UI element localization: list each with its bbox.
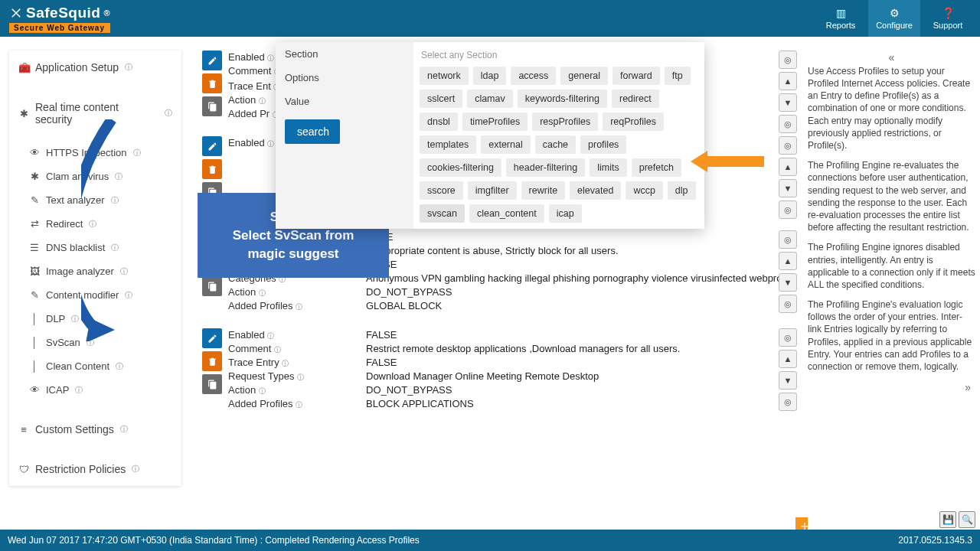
chip-prefetch[interactable]: prefetch [632,158,681,177]
delete-button[interactable] [202,73,222,93]
sidebar-app-setup[interactable]: 🧰Application Setup ⓘ [9,55,181,80]
chip-elevated[interactable]: elevated [570,181,621,200]
entry-row: Request Types ⓘDownload Manager Online M… [228,370,797,383]
chip-external[interactable]: external [481,135,530,154]
chip-forward[interactable]: forward [612,67,660,85]
chip-cache[interactable]: cache [535,135,576,154]
delete-button[interactable] [202,351,222,371]
move-down-button[interactable]: ▼ [779,371,797,390]
move-target-button[interactable]: ◎ [779,136,797,155]
chip-timeProfiles[interactable]: timeProfiles [462,112,528,131]
nav-reports[interactable]: ▥Reports [815,0,867,37]
dropdown-value[interactable]: Value [276,90,413,113]
sidebar-restriction-policies[interactable]: 🛡Restriction Policies ⓘ [9,457,181,481]
chip-profiles[interactable]: profiles [580,135,626,154]
chip-sslcert[interactable]: sslcert [420,90,462,108]
move-down-button[interactable]: ▼ [779,179,797,197]
chip-ftp[interactable]: ftp [665,67,691,85]
entry-actions [202,51,222,116]
entry-reorder: ◎▲▼◎ [779,136,797,219]
move-up-button[interactable]: ▲ [779,158,797,176]
chip-redirect[interactable]: redirect [612,90,659,108]
sidebar-item-dns-blacklist[interactable]: ☰DNS blacklist ⓘ [9,236,181,259]
row-value: FALSE [366,259,797,271]
sidebar-item-svscan[interactable]: │SvScan ⓘ [9,331,181,354]
chip-dlp[interactable]: dlp [668,181,696,200]
move-down-button[interactable]: ▼ [779,273,797,292]
sidebar-item-clam-antivirus[interactable]: ✱Clam antivirus ⓘ [9,165,181,188]
chip-network[interactable]: network [420,67,469,85]
move-down-button[interactable]: ▼ [779,93,797,112]
sidebar-item-label: Text analyzer [46,194,105,206]
sidebar-rtcs[interactable]: ✱Real time content security ⓘ [9,95,181,132]
chip-dnsbl[interactable]: dnsbl [420,112,458,131]
move-target2-button[interactable]: ◎ [779,201,797,219]
add-entry-button[interactable]: + [795,517,808,530]
clone-button[interactable] [202,96,222,116]
chip-ldap[interactable]: ldap [473,67,507,85]
move-target-button[interactable]: ◎ [779,328,797,347]
chip-clamav[interactable]: clamav [467,90,513,108]
info-icon: ⓘ [282,359,289,369]
sidebar-item-dlp[interactable]: │DLP ⓘ [9,307,181,331]
row-key: Comment ⓘ [228,343,366,355]
chip-limits[interactable]: limits [590,158,626,177]
move-target2-button[interactable]: ◎ [779,393,797,411]
dropdown-section[interactable]: Section [276,42,413,66]
dropdown-options[interactable]: Options [276,66,413,90]
nav-support[interactable]: ❓Support [922,0,974,37]
sidebar-item-clean-content[interactable]: │Clean Content ⓘ [9,354,181,378]
save-button[interactable]: 💾 [939,511,956,528]
chip-clean_content[interactable]: clean_content [469,204,544,223]
chip-svscan[interactable]: svscan [420,204,465,223]
edit-button[interactable] [202,136,222,156]
chip-rewrite[interactable]: rewrite [521,181,566,200]
dropdown-search-button[interactable]: search [285,119,340,144]
move-up-button[interactable]: ▲ [779,350,797,368]
info-icon: ⓘ [267,54,274,64]
row-value: TRUE [366,231,797,243]
move-target-button[interactable]: ◎ [779,230,797,249]
sidebar-item-redirect[interactable]: ⇄Redirect ⓘ [9,212,181,236]
chip-templates[interactable]: templates [420,135,476,154]
move-up-button[interactable]: ▲ [779,252,797,270]
chip-imgfilter[interactable]: imgfilter [468,181,517,200]
move-target-button[interactable]: ◎ [779,51,797,69]
sidebar-item-https-inspection[interactable]: 👁HTTPS Inspection ⓘ [9,141,181,165]
chip-reqProfiles[interactable]: reqProfiles [603,112,664,131]
help-collapse-bottom-icon[interactable]: » [808,380,975,395]
brand-name: SafeSquid [26,5,100,21]
sidebar-item-icap[interactable]: 👁ICAP ⓘ [9,378,181,402]
chip-general[interactable]: general [560,67,608,85]
chip-header-filtering[interactable]: header-filtering [506,158,585,177]
chip-sscore[interactable]: sscore [420,181,463,200]
chip-respProfiles[interactable]: respProfiles [532,112,598,131]
chip-icap[interactable]: icap [549,204,582,223]
info-icon: ⓘ [125,290,132,301]
clone-button[interactable] [202,374,222,394]
move-target2-button[interactable]: ◎ [779,295,797,313]
help-collapse-icon[interactable]: « [808,51,975,65]
edit-button[interactable] [202,51,222,70]
move-target2-button[interactable]: ◎ [779,115,797,133]
chip-keywords-filtering[interactable]: keywords-filtering [518,90,607,108]
chip-access[interactable]: access [511,67,556,85]
sidebar-custom-settings[interactable]: ≡Custom Settings ⓘ [9,417,181,442]
chip-wccp[interactable]: wccp [626,181,662,200]
sidebar-item-text-analyzer[interactable]: ✎Text analyzer ⓘ [9,188,181,212]
row-value: Download Manager Online Meeting Remote D… [366,370,797,383]
clone-button[interactable] [202,276,222,296]
chip-cookies-filtering[interactable]: cookies-filtering [420,158,501,177]
search-button[interactable]: 🔍 [959,511,975,528]
sidebar-item-label: Redirect [46,218,83,230]
nav-configure[interactable]: ⚙Configure [868,0,920,37]
sidebar-custom-label: Custom Settings [35,423,114,435]
sidebar-item-content-modifier[interactable]: ✎Content modifier ⓘ [9,283,181,307]
info-icon: ⓘ [120,424,128,435]
delete-button[interactable] [202,159,222,179]
help-p1: Use Access Profiles to setup your Profil… [808,65,975,152]
edit-button[interactable] [202,328,222,348]
sidebar-item-image-analyzer[interactable]: 🖼Image analyzer ⓘ [9,259,181,283]
help-p4: The Profiling Engine's evaluation logic … [808,298,975,373]
move-up-button[interactable]: ▲ [779,72,797,90]
